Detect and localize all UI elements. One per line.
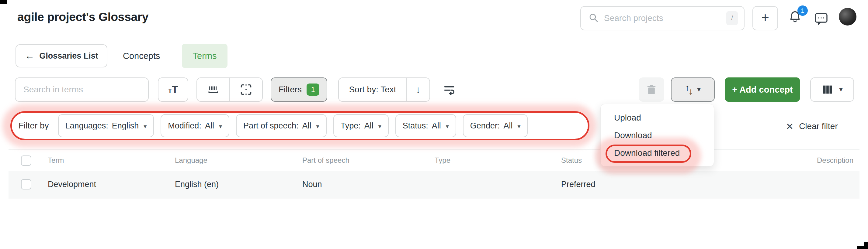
user-avatar[interactable] — [839, 8, 857, 26]
chevron-down-icon — [315, 121, 319, 131]
filter-dropdown-type[interactable]: Type:All — [333, 114, 389, 137]
cell-part-of-speech: Noun — [302, 180, 322, 189]
cell-status: Preferred — [561, 180, 595, 189]
upload-download-menu: UploadDownloadDownload filtered — [600, 104, 714, 167]
columns-icon — [822, 83, 834, 96]
glossary-page: agile project's Glossary / 1 ← Glossarie… — [0, 0, 868, 249]
tab-concepts[interactable]: Concepts — [123, 44, 160, 67]
barcode-icon — [207, 83, 220, 96]
glossaries-list-back-button[interactable]: ← Glossaries List — [16, 44, 107, 67]
column-header-type: Type — [435, 156, 451, 165]
search-in-terms-field[interactable] — [23, 85, 140, 95]
whole-word-button[interactable] — [197, 78, 229, 101]
search-projects-field[interactable] — [604, 13, 726, 23]
page-title: agile project's Glossary — [17, 10, 148, 24]
selection-frame-icon — [239, 83, 253, 96]
chevron-down-icon — [839, 85, 842, 94]
search-icon — [588, 12, 598, 24]
filter-label: Gender: — [470, 121, 500, 131]
filters-button[interactable]: Filters 1 — [271, 77, 327, 102]
cell-term: Development — [48, 180, 96, 189]
back-arrow-icon: ← — [25, 50, 34, 61]
filters-count-badge: 1 — [307, 83, 319, 96]
search-in-terms-input[interactable] — [15, 77, 149, 102]
keyboard-shortcut-hint: / — [726, 11, 738, 25]
chevron-down-icon — [142, 121, 147, 131]
clear-filter-button[interactable]: ✕ Clear filter — [786, 120, 838, 133]
filter-value: All — [302, 121, 311, 131]
select-all-checkbox[interactable] — [21, 155, 31, 166]
filter-label: Part of speech: — [243, 121, 299, 131]
filter-value: All — [503, 121, 513, 131]
notifications-button[interactable]: 1 — [788, 10, 807, 28]
delete-button[interactable] — [639, 77, 664, 102]
search-mode-button-group — [196, 77, 263, 102]
sort-by-button[interactable]: Sort by: Text — [339, 78, 406, 101]
tab-terms[interactable]: Terms — [182, 44, 227, 68]
filter-label: Type: — [341, 121, 361, 131]
wrap-text-icon — [442, 83, 456, 96]
menu-item-download[interactable]: Download — [601, 127, 714, 144]
trash-icon — [645, 83, 657, 96]
wrap-text-button[interactable] — [439, 77, 460, 102]
notification-badge: 1 — [798, 5, 808, 16]
exact-match-button[interactable] — [229, 78, 262, 101]
match-case-button[interactable]: TT — [158, 77, 188, 102]
filter-dropdowns: Languages:EnglishModified:AllPart of spe… — [58, 114, 528, 137]
search-projects-input[interactable]: / — [580, 6, 745, 30]
columns-button[interactable] — [810, 77, 854, 102]
chevron-down-icon — [218, 121, 222, 131]
upload-download-dropdown-button[interactable]: ↑↓ — [671, 77, 715, 102]
up-down-arrows-icon: ↑↓ — [685, 84, 691, 95]
table-header: TermLanguagePart of speechTypeStatusDesc… — [0, 150, 868, 171]
add-concept-button[interactable]: + Add concept — [725, 77, 800, 102]
filter-bar: Filter by Languages:EnglishModified:AllP… — [10, 111, 589, 140]
filter-by-label: Filter by — [19, 121, 49, 131]
filter-value: All — [205, 121, 214, 131]
filter-value: English — [112, 121, 139, 131]
chevron-down-icon — [377, 121, 381, 131]
filter-label: Languages: — [65, 121, 108, 131]
chevron-down-icon — [445, 121, 449, 131]
filter-dropdown-modified[interactable]: Modified:All — [161, 114, 229, 137]
filter-dropdown-languages[interactable]: Languages:English — [58, 114, 154, 137]
column-header-description: Description — [817, 156, 854, 165]
filter-value: All — [432, 121, 441, 131]
sort-direction-button[interactable] — [406, 78, 429, 101]
filter-dropdown-gender[interactable]: Gender:All — [463, 114, 528, 137]
screenshot-corner-mark — [0, 0, 7, 4]
header-divider — [8, 34, 860, 34]
filter-dropdown-status[interactable]: Status:All — [395, 114, 456, 137]
filter-dropdown-part-of-speech[interactable]: Part of speech:All — [236, 114, 327, 137]
filter-label: Modified: — [168, 121, 202, 131]
cell-language: English (en) — [175, 180, 219, 189]
sort-split-button: Sort by: Text — [338, 77, 430, 102]
chevron-down-icon — [516, 121, 520, 131]
chat-icon — [814, 12, 829, 26]
menu-item-download-filtered[interactable]: Download filtered — [601, 144, 714, 162]
column-header-part-of-speech: Part of speech — [302, 156, 349, 165]
menu-item-upload[interactable]: Upload — [601, 109, 714, 127]
filter-value: All — [364, 121, 373, 131]
column-header-language: Language — [175, 156, 208, 165]
filter-label: Status: — [403, 121, 428, 131]
feedback-button[interactable] — [814, 12, 829, 26]
table-row[interactable]: DevelopmentEnglish (en)NounPreferred — [8, 171, 860, 199]
new-project-button[interactable] — [752, 6, 778, 30]
screenshot-corner-mark — [864, 242, 868, 249]
column-header-term: Term — [48, 156, 64, 165]
close-icon: ✕ — [786, 121, 794, 132]
chevron-down-icon — [697, 85, 701, 94]
column-header-status: Status — [561, 156, 582, 165]
row-checkbox[interactable] — [21, 179, 31, 189]
match-case-icon: TT — [168, 84, 178, 95]
